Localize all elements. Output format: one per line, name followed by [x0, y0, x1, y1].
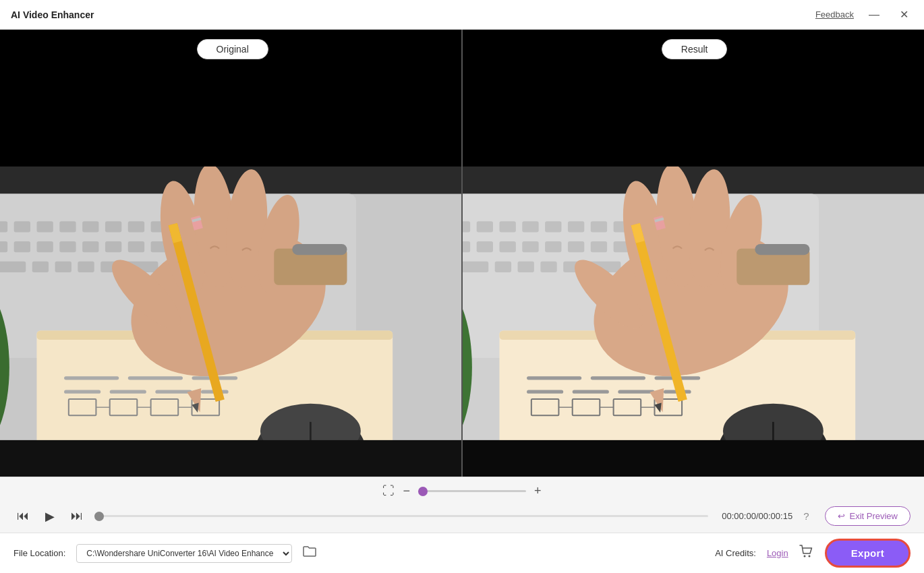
svg-rect-3 [0, 221, 7, 232]
svg-rect-15 [36, 241, 53, 252]
svg-rect-84 [591, 241, 607, 252]
svg-rect-80 [499, 241, 515, 252]
labels-row: Original Result [0, 30, 924, 67]
minimize-button[interactable]: — [865, 5, 884, 24]
svg-point-130 [803, 555, 805, 557]
svg-rect-83 [568, 241, 584, 252]
ai-credits-label: AI Credits: [715, 548, 756, 558]
svg-rect-78 [463, 241, 470, 252]
cart-icon[interactable] [799, 545, 814, 562]
svg-rect-71 [522, 221, 538, 232]
zoom-in-icon[interactable]: + [534, 484, 542, 498]
time-display: 00:00:00/00:00:15 [722, 511, 792, 521]
playback-row: ⏮ ▶ ⏭ 00:00:00/00:00:15 ? ↩ Exit Preview [0, 502, 924, 533]
svg-rect-69 [477, 221, 493, 232]
svg-rect-53 [292, 244, 347, 255]
result-label: Result [662, 39, 728, 59]
feedback-link[interactable]: Feedback [815, 9, 854, 20]
svg-rect-88 [518, 262, 534, 272]
preview-area: Original Result [0, 30, 924, 477]
step-forward-button[interactable]: ⏭ [67, 507, 86, 526]
svg-rect-81 [522, 241, 538, 252]
svg-rect-102 [618, 390, 654, 393]
svg-rect-70 [499, 221, 515, 232]
svg-rect-23 [55, 262, 71, 272]
svg-rect-89 [540, 262, 556, 272]
svg-rect-118 [755, 244, 809, 255]
zoom-slider[interactable] [418, 490, 526, 492]
svg-rect-64 [0, 440, 461, 477]
svg-rect-9 [128, 221, 144, 232]
svg-rect-98 [591, 376, 645, 380]
svg-rect-7 [82, 221, 98, 232]
svg-rect-37 [155, 390, 192, 393]
svg-rect-4 [14, 221, 30, 232]
exit-preview-arrow-icon: ↩ [838, 511, 845, 521]
zoom-row: ⛶ − + [0, 477, 924, 502]
total-time: 00:00:15 [759, 511, 793, 521]
original-label: Original [197, 39, 268, 59]
exit-preview-label: Exit Preview [849, 511, 898, 521]
svg-rect-21 [0, 262, 26, 272]
svg-rect-100 [527, 390, 563, 393]
svg-rect-17 [82, 241, 98, 252]
svg-rect-6 [59, 221, 76, 232]
result-panel [463, 30, 924, 477]
bottom-bar: File Location: C:\Wondershare UniConvert… [0, 533, 924, 573]
fit-screen-icon[interactable]: ⛶ [382, 484, 395, 498]
step-back-button[interactable]: ⏮ [13, 507, 32, 526]
close-button[interactable]: ✕ [894, 5, 913, 24]
svg-rect-18 [105, 241, 121, 252]
file-location-label: File Location: [13, 548, 65, 558]
svg-rect-101 [573, 390, 609, 393]
folder-icon-button[interactable] [303, 545, 316, 561]
current-time: 00:00:00 [722, 511, 756, 521]
svg-rect-35 [64, 390, 100, 393]
svg-rect-73 [568, 221, 584, 232]
svg-rect-13 [0, 241, 7, 252]
export-button[interactable]: Export [825, 539, 911, 568]
svg-rect-86 [463, 262, 488, 272]
svg-rect-5 [36, 221, 53, 232]
seek-bar[interactable] [94, 515, 708, 517]
svg-rect-24 [78, 262, 94, 272]
original-panel [0, 30, 463, 477]
svg-point-131 [808, 555, 810, 557]
title-bar-right: Feedback — ✕ [815, 5, 913, 24]
zoom-out-icon[interactable]: − [403, 484, 410, 498]
controls-bar: ⛶ − + ⏮ ▶ ⏭ 00:00:00/00:00:15 ? ↩ Exit P… [0, 477, 924, 533]
svg-rect-33 [128, 376, 183, 380]
svg-rect-19 [128, 241, 144, 252]
seek-bar-container [94, 515, 708, 517]
help-icon[interactable]: ? [803, 510, 809, 522]
svg-rect-8 [105, 221, 121, 232]
svg-rect-68 [463, 221, 470, 232]
title-bar: AI Video Enhancer Feedback — ✕ [0, 0, 924, 30]
login-button[interactable]: Login [767, 548, 788, 558]
svg-rect-14 [14, 241, 30, 252]
svg-rect-72 [545, 221, 561, 232]
result-canvas [463, 30, 924, 477]
svg-rect-22 [32, 262, 49, 272]
original-canvas [0, 30, 461, 477]
svg-rect-79 [477, 241, 493, 252]
svg-rect-16 [59, 241, 76, 252]
svg-rect-82 [545, 241, 561, 252]
app-title: AI Video Enhancer [11, 9, 94, 20]
svg-rect-36 [110, 390, 146, 393]
exit-preview-button[interactable]: ↩ Exit Preview [825, 506, 911, 526]
svg-rect-97 [527, 376, 581, 380]
svg-rect-129 [463, 440, 924, 477]
video-panels [0, 30, 924, 477]
svg-rect-74 [591, 221, 607, 232]
file-path-select[interactable]: C:\Wondershare UniConverter 16\AI Video … [76, 544, 292, 563]
title-bar-left: AI Video Enhancer [11, 9, 94, 20]
svg-rect-32 [64, 376, 119, 380]
play-button[interactable]: ▶ [40, 507, 59, 526]
svg-rect-87 [495, 262, 511, 272]
